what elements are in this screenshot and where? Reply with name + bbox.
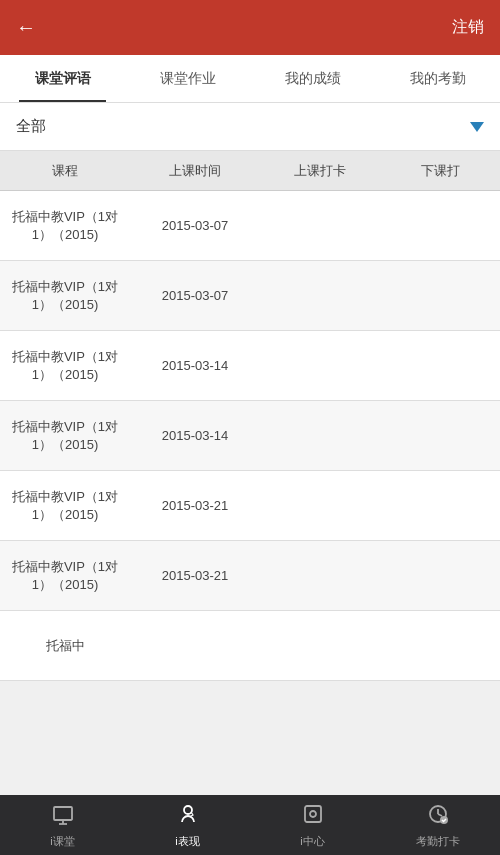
cancel-button[interactable]: 注销 — [452, 17, 484, 38]
table-row: 托福中教VIP（1对1）（2015) 2015-03-14 — [0, 331, 500, 401]
cell-time: 2015-03-21 — [130, 490, 260, 521]
cell-course: 托福中教VIP（1对1）（2015) — [0, 480, 130, 532]
cell-time: 2015-03-14 — [130, 350, 260, 381]
app-header: ← 注销 — [0, 0, 500, 55]
svg-point-3 — [184, 806, 192, 814]
cell-course: 托福中 — [0, 629, 130, 663]
cell-checkin — [260, 568, 380, 584]
cell-checkout — [380, 218, 500, 234]
cell-course: 托福中教VIP（1对1）（2015) — [0, 550, 130, 602]
classroom-icon — [51, 802, 75, 831]
cell-checkout — [380, 498, 500, 514]
column-header-time: 上课时间 — [130, 162, 260, 180]
table-header-row: 课程 上课时间 上课打卡 下课打 — [0, 151, 500, 191]
tab-homework[interactable]: 课堂作业 — [125, 55, 250, 102]
column-header-course: 课程 — [0, 162, 130, 180]
cell-time — [130, 638, 260, 654]
cell-course: 托福中教VIP（1对1）（2015) — [0, 410, 130, 462]
cell-course: 托福中教VIP（1对1）（2015) — [0, 340, 130, 392]
cell-checkin — [260, 358, 380, 374]
nav-label-classroom: i课堂 — [50, 834, 74, 849]
performance-icon — [176, 802, 200, 831]
cell-checkin — [260, 218, 380, 234]
nav-item-center[interactable]: i中心 — [250, 795, 375, 855]
nav-label-performance: i表现 — [175, 834, 199, 849]
cell-course: 托福中教VIP（1对1）（2015) — [0, 200, 130, 252]
cell-checkin — [260, 498, 380, 514]
data-table: 课程 上课时间 上课打卡 下课打 托福中教VIP（1对1）（2015) 2015… — [0, 151, 500, 795]
table-row: 托福中教VIP（1对1）（2015) 2015-03-14 — [0, 401, 500, 471]
cell-checkin — [260, 638, 380, 654]
nav-label-center: i中心 — [300, 834, 324, 849]
cell-checkout — [380, 568, 500, 584]
cell-time: 2015-03-07 — [130, 210, 260, 241]
table-row: 托福中 — [0, 611, 500, 681]
table-row: 托福中教VIP（1对1）（2015) 2015-03-07 — [0, 191, 500, 261]
table-row: 托福中教VIP（1对1）（2015) 2015-03-07 — [0, 261, 500, 331]
column-header-checkout: 下课打 — [380, 162, 500, 180]
cell-course: 托福中教VIP（1对1）（2015) — [0, 270, 130, 322]
center-icon — [301, 802, 325, 831]
tab-classroom-comments[interactable]: 课堂评语 — [0, 55, 125, 102]
cell-checkin — [260, 428, 380, 444]
cell-time: 2015-03-21 — [130, 560, 260, 591]
tab-grades[interactable]: 我的成绩 — [250, 55, 375, 102]
svg-point-5 — [310, 811, 316, 817]
filter-selected-value: 全部 — [16, 117, 462, 136]
table-row: 托福中教VIP（1对1）（2015) 2015-03-21 — [0, 471, 500, 541]
table-row: 托福中教VIP（1对1）（2015) 2015-03-21 — [0, 541, 500, 611]
nav-item-attendance[interactable]: 考勤打卡 — [375, 795, 500, 855]
cell-checkout — [380, 428, 500, 444]
cell-checkout — [380, 638, 500, 654]
filter-bar[interactable]: 全部 — [0, 103, 500, 151]
cell-time: 2015-03-14 — [130, 420, 260, 451]
attendance-icon — [426, 802, 450, 831]
nav-item-classroom[interactable]: i课堂 — [0, 795, 125, 855]
bottom-navigation: i课堂 i表现 i中心 — [0, 795, 500, 855]
nav-item-performance[interactable]: i表现 — [125, 795, 250, 855]
svg-line-8 — [438, 814, 442, 816]
tab-attendance[interactable]: 我的考勤 — [375, 55, 500, 102]
nav-label-attendance: 考勤打卡 — [416, 834, 460, 849]
svg-rect-4 — [305, 806, 321, 822]
cell-checkout — [380, 288, 500, 304]
column-header-checkin: 上课打卡 — [260, 162, 380, 180]
back-button[interactable]: ← — [16, 16, 36, 39]
table-body: 托福中教VIP（1对1）（2015) 2015-03-07 托福中教VIP（1对… — [0, 191, 500, 681]
tab-bar: 课堂评语 课堂作业 我的成绩 我的考勤 — [0, 55, 500, 103]
cell-time: 2015-03-07 — [130, 280, 260, 311]
cell-checkout — [380, 358, 500, 374]
cell-checkin — [260, 288, 380, 304]
dropdown-icon — [470, 122, 484, 132]
svg-rect-0 — [54, 807, 72, 820]
